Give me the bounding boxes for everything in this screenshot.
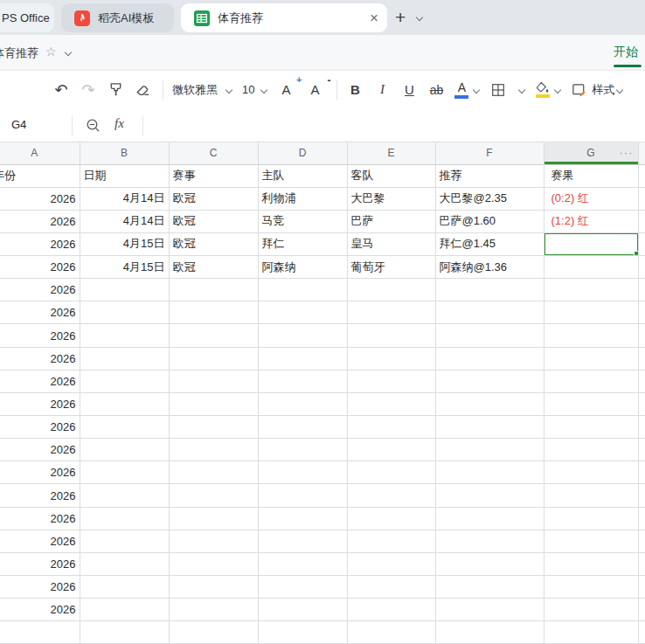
column-header-B[interactable]: B [80, 142, 169, 164]
cell[interactable] [435, 301, 544, 324]
cell[interactable] [80, 621, 169, 644]
cell[interactable]: 4月15日 [80, 256, 169, 279]
cell[interactable]: 欧冠 [169, 187, 258, 210]
cell[interactable]: 2026 [0, 347, 80, 370]
cell[interactable] [638, 187, 645, 210]
cell[interactable]: 欧冠 [169, 256, 258, 279]
cell[interactable] [435, 416, 544, 439]
cell[interactable] [544, 256, 638, 279]
cell[interactable] [435, 621, 544, 644]
cell[interactable]: 2026 [0, 187, 80, 210]
cell[interactable] [347, 552, 435, 575]
cell[interactable] [638, 210, 645, 232]
font-size-select[interactable]: 10 [242, 83, 267, 96]
cell[interactable] [638, 576, 645, 599]
cell[interactable] [435, 392, 544, 415]
cell[interactable] [169, 439, 258, 461]
cell[interactable] [638, 324, 645, 347]
cell[interactable] [258, 552, 347, 575]
cell[interactable] [169, 279, 258, 301]
cell[interactable] [169, 599, 258, 621]
cell[interactable] [544, 576, 638, 599]
cell[interactable] [638, 164, 645, 187]
cell[interactable]: 巴萨@1.60 [435, 210, 544, 232]
cell[interactable] [169, 370, 258, 392]
cell[interactable]: 大巴黎 [347, 187, 435, 210]
cell[interactable] [638, 370, 645, 392]
cell[interactable] [347, 484, 435, 507]
cell[interactable] [638, 484, 645, 507]
cell[interactable]: 2026 [0, 416, 80, 439]
strikethrough-button[interactable]: ab [427, 78, 445, 102]
cell[interactable] [258, 461, 347, 484]
cell[interactable] [169, 484, 258, 507]
cell[interactable] [80, 439, 169, 461]
column-header-E[interactable]: E [347, 142, 435, 164]
cell[interactable] [544, 347, 638, 370]
cell[interactable]: 推荐 [435, 164, 544, 187]
increase-font-size-button[interactable]: A+ [277, 78, 295, 102]
cell[interactable] [544, 370, 638, 392]
cell[interactable] [638, 256, 645, 279]
cell[interactable]: 阿森纳@1.36 [435, 256, 544, 279]
cell[interactable] [258, 507, 347, 530]
cell[interactable] [80, 599, 169, 621]
cell[interactable] [435, 279, 544, 301]
cell[interactable] [638, 507, 645, 530]
cell[interactable] [435, 439, 544, 461]
cell[interactable]: 赛果 [544, 164, 638, 187]
column-header-D[interactable]: D [258, 142, 347, 164]
cell[interactable] [347, 370, 435, 392]
cell[interactable]: 2026 [0, 210, 80, 232]
font-name-select[interactable]: 微软雅黑 [172, 82, 232, 98]
cell[interactable] [638, 347, 645, 370]
cell[interactable]: 2026 [0, 256, 80, 279]
cell[interactable] [0, 621, 80, 644]
cell-style-button[interactable]: 样式 [571, 78, 622, 102]
fx-insert-function-button[interactable]: fx [114, 116, 124, 131]
cell[interactable] [347, 301, 435, 324]
cell[interactable] [258, 621, 347, 644]
cell[interactable] [544, 392, 638, 415]
cell[interactable]: 年份 [0, 164, 80, 187]
cell[interactable] [347, 621, 435, 644]
cell[interactable] [169, 324, 258, 347]
cell[interactable] [80, 461, 169, 484]
cell[interactable] [638, 279, 645, 301]
cell[interactable]: 2026 [0, 530, 80, 552]
cell[interactable]: 2026 [0, 279, 80, 301]
cell[interactable] [258, 324, 347, 347]
cell[interactable] [80, 552, 169, 575]
name-box[interactable]: G4 [11, 118, 26, 131]
cell[interactable] [347, 324, 435, 347]
cell[interactable] [258, 530, 347, 552]
cell[interactable] [347, 530, 435, 552]
cell[interactable] [169, 507, 258, 530]
cell[interactable] [258, 279, 347, 301]
cell[interactable] [544, 439, 638, 461]
cell[interactable]: 2026 [0, 392, 80, 415]
cell[interactable] [169, 347, 258, 370]
font-color-chevron-icon[interactable] [473, 86, 480, 93]
cell[interactable]: 客队 [347, 164, 435, 187]
cell[interactable] [638, 232, 645, 255]
cell[interactable] [544, 599, 638, 621]
cell[interactable]: (0:2) 红 [544, 187, 638, 210]
cell[interactable] [435, 484, 544, 507]
tab-docer-ai-templates[interactable]: 稻壳AI模板 [61, 3, 174, 32]
cell[interactable]: 4月15日 [80, 232, 169, 255]
cell[interactable] [80, 484, 169, 507]
cell[interactable]: 2026 [0, 370, 80, 392]
cell[interactable] [80, 279, 169, 301]
cell[interactable] [638, 392, 645, 415]
cell[interactable]: 2026 [0, 439, 80, 461]
cell[interactable]: 日期 [80, 164, 169, 187]
cell[interactable] [80, 370, 169, 392]
cell[interactable] [80, 301, 169, 324]
close-tab-icon[interactable]: × [370, 10, 378, 25]
cell[interactable] [638, 530, 645, 552]
cell[interactable]: 葡萄牙 [347, 256, 435, 279]
cell[interactable]: 4月14日 [80, 210, 169, 232]
cell[interactable] [347, 347, 435, 370]
cell[interactable]: 拜仁 [258, 232, 347, 255]
